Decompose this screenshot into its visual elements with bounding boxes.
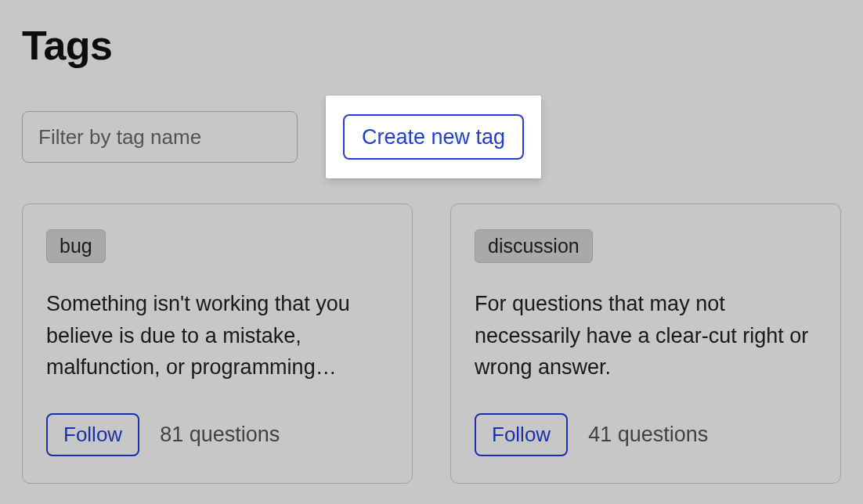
create-tag-highlight: Create new tag (326, 95, 541, 178)
tag-card-footer: Follow 41 questions (475, 413, 817, 456)
tag-card-footer: Follow 81 questions (46, 413, 388, 456)
tag-description: For questions that may not necessarily h… (475, 288, 817, 383)
page-title: Tags (22, 22, 841, 69)
controls-row: Create new tag (22, 111, 841, 163)
create-new-tag-button[interactable]: Create new tag (343, 114, 524, 160)
follow-button[interactable]: Follow (475, 413, 568, 456)
filter-input[interactable] (22, 111, 298, 163)
tag-cards-row: bug Something isn't working that you bel… (22, 203, 841, 484)
question-count: 41 questions (588, 423, 708, 447)
question-count: 81 questions (160, 423, 280, 447)
tag-chip[interactable]: discussion (475, 229, 593, 263)
tag-chip[interactable]: bug (46, 229, 106, 263)
follow-button[interactable]: Follow (46, 413, 139, 456)
tag-card: discussion For questions that may not ne… (450, 203, 841, 484)
tag-description: Something isn't working that you believe… (46, 288, 388, 383)
tag-card: bug Something isn't working that you bel… (22, 203, 413, 484)
